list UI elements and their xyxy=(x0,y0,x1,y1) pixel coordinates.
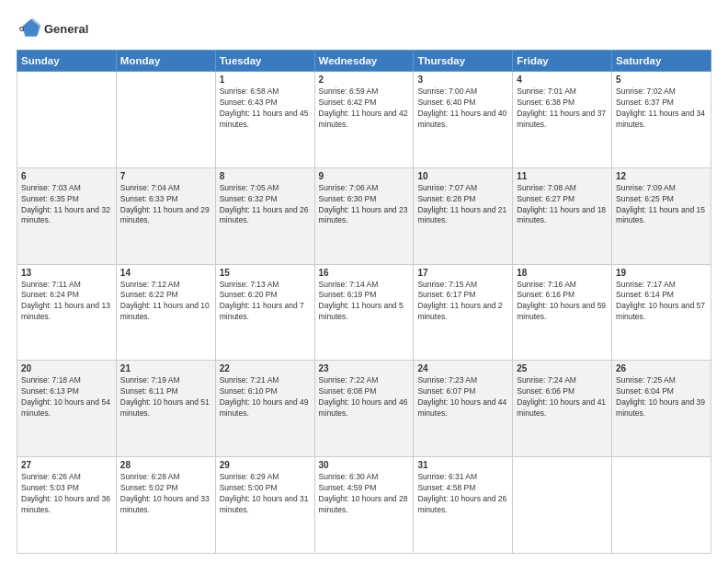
cell-info: Sunrise: 7:02 AMSunset: 6:37 PMDaylight:… xyxy=(616,86,707,131)
day-number: 12 xyxy=(616,171,707,181)
day-number: 9 xyxy=(319,171,410,181)
day-number: 22 xyxy=(220,363,311,373)
calendar-cell: 24Sunrise: 7:23 AMSunset: 6:07 PMDayligh… xyxy=(414,361,513,457)
calendar-week-4: 27Sunrise: 6:26 AMSunset: 5:03 PMDayligh… xyxy=(17,457,711,554)
svg-text:G: G xyxy=(19,26,25,32)
cell-info: Sunrise: 7:25 AMSunset: 6:04 PMDaylight:… xyxy=(616,375,707,419)
calendar-cell: 18Sunrise: 7:16 AMSunset: 6:16 PMDayligh… xyxy=(513,264,612,361)
day-number: 8 xyxy=(220,171,311,181)
calendar-cell xyxy=(116,72,215,168)
day-number: 5 xyxy=(616,75,707,85)
logo-line1: General xyxy=(44,22,88,37)
page: G General SundayMondayTuesdayWednesdayTh… xyxy=(0,0,728,563)
calendar-cell: 5Sunrise: 7:02 AMSunset: 6:37 PMDaylight… xyxy=(612,72,711,168)
calendar-cell: 23Sunrise: 7:22 AMSunset: 6:08 PMDayligh… xyxy=(314,361,414,457)
day-number: 16 xyxy=(319,268,410,278)
calendar-cell: 30Sunrise: 6:30 AMSunset: 4:59 PMDayligh… xyxy=(314,457,414,554)
day-number: 14 xyxy=(120,268,211,278)
day-number: 15 xyxy=(220,268,311,278)
day-number: 27 xyxy=(21,460,112,470)
cell-info: Sunrise: 7:14 AMSunset: 6:19 PMDaylight:… xyxy=(319,280,410,324)
day-number: 31 xyxy=(417,460,508,470)
calendar-cell: 25Sunrise: 7:24 AMSunset: 6:06 PMDayligh… xyxy=(513,361,612,457)
calendar-cell: 19Sunrise: 7:17 AMSunset: 6:14 PMDayligh… xyxy=(612,264,711,361)
calendar-cell: 26Sunrise: 7:25 AMSunset: 6:04 PMDayligh… xyxy=(612,361,711,457)
day-number: 2 xyxy=(319,75,410,85)
calendar-cell: 21Sunrise: 7:19 AMSunset: 6:11 PMDayligh… xyxy=(116,361,215,457)
cell-info: Sunrise: 6:29 AMSunset: 5:00 PMDaylight:… xyxy=(220,472,311,516)
calendar-cell: 8Sunrise: 7:05 AMSunset: 6:32 PMDaylight… xyxy=(215,167,314,264)
col-header-wednesday: Wednesday xyxy=(314,51,414,72)
calendar-cell: 27Sunrise: 6:26 AMSunset: 5:03 PMDayligh… xyxy=(17,457,117,554)
calendar-cell: 20Sunrise: 7:18 AMSunset: 6:13 PMDayligh… xyxy=(17,361,117,457)
cell-info: Sunrise: 6:58 AMSunset: 6:43 PMDaylight:… xyxy=(220,86,311,131)
day-number: 1 xyxy=(220,75,311,85)
calendar-cell: 3Sunrise: 7:00 AMSunset: 6:40 PMDaylight… xyxy=(414,72,513,168)
logo: G General xyxy=(17,17,88,42)
calendar-header-row: SundayMondayTuesdayWednesdayThursdayFrid… xyxy=(17,51,711,72)
day-number: 20 xyxy=(21,363,112,373)
day-number: 26 xyxy=(616,363,707,373)
calendar-cell: 31Sunrise: 6:31 AMSunset: 4:58 PMDayligh… xyxy=(414,457,513,554)
calendar-cell: 14Sunrise: 7:12 AMSunset: 6:22 PMDayligh… xyxy=(116,264,215,361)
col-header-monday: Monday xyxy=(116,51,215,72)
cell-info: Sunrise: 7:17 AMSunset: 6:14 PMDaylight:… xyxy=(616,280,707,324)
logo-icon: G xyxy=(17,17,42,42)
cell-info: Sunrise: 7:07 AMSunset: 6:28 PMDaylight:… xyxy=(417,183,508,227)
calendar-cell: 17Sunrise: 7:15 AMSunset: 6:17 PMDayligh… xyxy=(414,264,513,361)
cell-info: Sunrise: 6:31 AMSunset: 4:58 PMDaylight:… xyxy=(417,472,508,516)
calendar-cell: 15Sunrise: 7:13 AMSunset: 6:20 PMDayligh… xyxy=(215,264,314,361)
col-header-sunday: Sunday xyxy=(17,51,117,72)
calendar-week-2: 13Sunrise: 7:11 AMSunset: 6:24 PMDayligh… xyxy=(17,264,711,361)
cell-info: Sunrise: 7:18 AMSunset: 6:13 PMDaylight:… xyxy=(21,375,112,419)
cell-info: Sunrise: 6:28 AMSunset: 5:02 PMDaylight:… xyxy=(120,472,211,516)
calendar-week-0: 1Sunrise: 6:58 AMSunset: 6:43 PMDaylight… xyxy=(17,72,711,168)
cell-info: Sunrise: 7:01 AMSunset: 6:38 PMDaylight:… xyxy=(517,86,608,131)
cell-info: Sunrise: 6:26 AMSunset: 5:03 PMDaylight:… xyxy=(21,472,112,516)
cell-info: Sunrise: 7:05 AMSunset: 6:32 PMDaylight:… xyxy=(220,183,311,227)
cell-info: Sunrise: 7:06 AMSunset: 6:30 PMDaylight:… xyxy=(319,183,410,227)
day-number: 30 xyxy=(319,460,410,470)
day-number: 28 xyxy=(120,460,211,470)
calendar-cell xyxy=(612,457,711,554)
calendar-cell xyxy=(513,457,612,554)
calendar-cell: 4Sunrise: 7:01 AMSunset: 6:38 PMDaylight… xyxy=(513,72,612,168)
calendar-cell: 11Sunrise: 7:08 AMSunset: 6:27 PMDayligh… xyxy=(513,167,612,264)
day-number: 19 xyxy=(616,268,707,278)
cell-info: Sunrise: 7:12 AMSunset: 6:22 PMDaylight:… xyxy=(120,280,211,324)
calendar-cell: 12Sunrise: 7:09 AMSunset: 6:25 PMDayligh… xyxy=(612,167,711,264)
calendar-cell xyxy=(17,72,117,168)
col-header-friday: Friday xyxy=(513,51,612,72)
calendar-cell: 1Sunrise: 6:58 AMSunset: 6:43 PMDaylight… xyxy=(215,72,314,168)
day-number: 29 xyxy=(220,460,311,470)
calendar-cell: 13Sunrise: 7:11 AMSunset: 6:24 PMDayligh… xyxy=(17,264,117,361)
cell-info: Sunrise: 7:00 AMSunset: 6:40 PMDaylight:… xyxy=(417,86,508,131)
cell-info: Sunrise: 7:24 AMSunset: 6:06 PMDaylight:… xyxy=(517,375,608,419)
col-header-saturday: Saturday xyxy=(612,51,711,72)
day-number: 11 xyxy=(517,171,608,181)
cell-info: Sunrise: 7:11 AMSunset: 6:24 PMDaylight:… xyxy=(21,280,112,324)
cell-info: Sunrise: 6:30 AMSunset: 4:59 PMDaylight:… xyxy=(319,472,410,516)
cell-info: Sunrise: 7:13 AMSunset: 6:20 PMDaylight:… xyxy=(220,280,311,324)
calendar-week-1: 6Sunrise: 7:03 AMSunset: 6:35 PMDaylight… xyxy=(17,167,711,264)
cell-info: Sunrise: 7:21 AMSunset: 6:10 PMDaylight:… xyxy=(220,375,311,419)
cell-info: Sunrise: 7:16 AMSunset: 6:16 PMDaylight:… xyxy=(517,280,608,324)
cell-info: Sunrise: 7:03 AMSunset: 6:35 PMDaylight:… xyxy=(21,183,112,227)
day-number: 24 xyxy=(417,363,508,373)
svg-marker-1 xyxy=(24,18,41,36)
day-number: 7 xyxy=(120,171,211,181)
cell-info: Sunrise: 7:23 AMSunset: 6:07 PMDaylight:… xyxy=(417,375,508,419)
cell-info: Sunrise: 7:09 AMSunset: 6:25 PMDaylight:… xyxy=(616,183,707,227)
day-number: 3 xyxy=(417,75,508,85)
header: G General xyxy=(17,17,711,42)
calendar-cell: 9Sunrise: 7:06 AMSunset: 6:30 PMDaylight… xyxy=(314,167,414,264)
calendar-cell: 29Sunrise: 6:29 AMSunset: 5:00 PMDayligh… xyxy=(215,457,314,554)
col-header-thursday: Thursday xyxy=(414,51,513,72)
cell-info: Sunrise: 7:08 AMSunset: 6:27 PMDaylight:… xyxy=(517,183,608,227)
calendar-cell: 22Sunrise: 7:21 AMSunset: 6:10 PMDayligh… xyxy=(215,361,314,457)
day-number: 17 xyxy=(417,268,508,278)
day-number: 4 xyxy=(517,75,608,85)
day-number: 13 xyxy=(21,268,112,278)
day-number: 6 xyxy=(21,171,112,181)
calendar-cell: 2Sunrise: 6:59 AMSunset: 6:42 PMDaylight… xyxy=(314,72,414,168)
